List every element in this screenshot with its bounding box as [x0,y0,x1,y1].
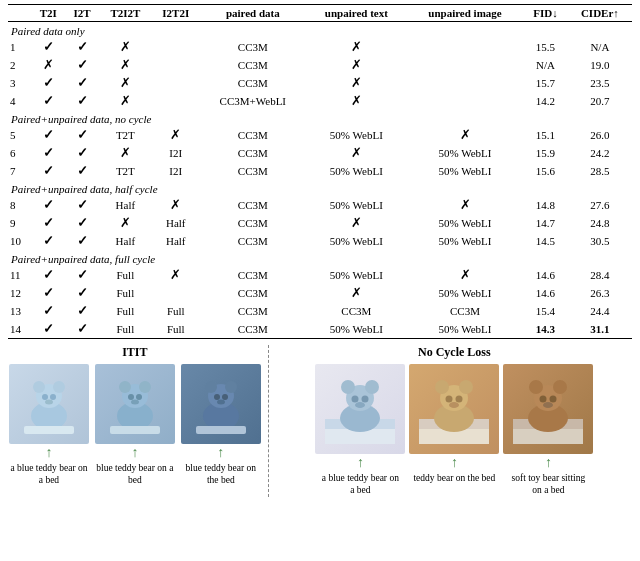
svg-point-6 [45,400,53,405]
cell-1: ✓ [31,126,65,144]
cell-5: CC3M [200,232,306,250]
cell-1: ✓ [31,214,65,232]
svg-point-28 [341,380,355,394]
cell-3: Full [99,320,152,339]
bear-svg-2 [105,374,165,434]
cell-2: ✓ [65,284,99,302]
cell-4 [152,56,200,74]
col-i2t: I2T [65,5,99,22]
nocycle-image-3 [503,364,593,454]
cell-6: 50% WebLI [306,266,407,284]
svg-point-14 [131,400,139,405]
cell-5: CC3M [200,302,306,320]
cell-3: Full [99,266,152,284]
cell-2: ✓ [65,56,99,74]
cell-8: 15.4 [523,302,568,320]
table-section: T2I I2T T2I2T I2T2I paired data unpaired… [0,0,640,339]
col-num [8,5,31,22]
itit-caption-2: blue teddy bear on a bed [94,462,176,487]
cell-8: 14.2 [523,92,568,110]
cell-1: ✓ [31,320,65,339]
cell-0: 8 [8,196,31,214]
cell-6: 50% WebLI [306,126,407,144]
cell-9: 26.0 [568,126,632,144]
itit-image-1 [9,364,89,444]
cell-5: CC3M [200,74,306,92]
cell-1: ✓ [31,232,65,250]
nocycle-image-2 [409,364,499,454]
bear-svg-nc-2 [419,374,489,444]
svg-point-3 [53,381,65,393]
svg-point-21 [222,394,228,400]
svg-rect-23 [196,426,246,434]
cell-7 [407,56,523,74]
cell-9: N/A [568,38,632,56]
cell-9: 19.0 [568,56,632,74]
cell-8: N/A [523,56,568,74]
cell-2: ✓ [65,196,99,214]
svg-point-22 [217,400,225,405]
svg-point-2 [33,381,45,393]
section-header-0: Paired data only [8,22,632,39]
cell-3: ✗ [99,38,152,56]
cell-4 [152,92,200,110]
itit-images-row: ↑ a blue teddy bear on a bed [8,364,262,487]
section-title-1: Paired+unpaired data, no cycle [8,110,632,126]
table-row: 10✓✓HalfHalfCC3M50% WebLI50% WebLI14.530… [8,232,632,250]
cell-8: 14.6 [523,266,568,284]
itit-image-2 [95,364,175,444]
cell-7: 50% WebLI [407,320,523,339]
cell-9: 26.3 [568,284,632,302]
cell-7 [407,74,523,92]
cell-8: 15.6 [523,162,568,180]
svg-point-32 [355,402,365,408]
cell-7: ✗ [407,266,523,284]
itit-image-3 [181,364,261,444]
cell-1: ✓ [31,266,65,284]
cell-2: ✓ [65,232,99,250]
cell-4 [152,284,200,302]
svg-point-38 [459,380,473,394]
cell-0: 6 [8,144,31,162]
cell-0: 13 [8,302,31,320]
bear-svg-nc-3 [513,374,583,444]
svg-point-20 [214,394,220,400]
svg-point-11 [139,381,151,393]
cell-2: ✓ [65,320,99,339]
cell-9: 24.2 [568,144,632,162]
cell-4 [152,74,200,92]
nocycle-arrow-1: ↑ [357,456,364,470]
table-row: 2✗✓✗CC3M✗N/A19.0 [8,56,632,74]
col-fid: FID↓ [523,5,568,22]
table-row: 13✓✓FullFullCC3MCC3MCC3M15.424.4 [8,302,632,320]
svg-point-29 [365,380,379,394]
cell-3: Full [99,284,152,302]
cell-8: 15.9 [523,144,568,162]
cell-1: ✓ [31,162,65,180]
svg-point-13 [136,394,142,400]
cell-0: 3 [8,74,31,92]
cell-4: Full [152,302,200,320]
section-header-1: Paired+unpaired data, no cycle [8,110,632,126]
cell-5: CC3M [200,266,306,284]
cell-2: ✓ [65,144,99,162]
table-row: 14✓✓FullFullCC3M50% WebLI50% WebLI14.331… [8,320,632,339]
itit-title: ITIT [8,345,262,360]
table-row: 9✓✓✗HalfCC3M✗50% WebLI14.724.8 [8,214,632,232]
cell-7: 50% WebLI [407,162,523,180]
cell-9: 24.4 [568,302,632,320]
svg-point-49 [550,396,557,403]
cell-4: ✗ [152,196,200,214]
svg-point-5 [50,394,56,400]
table-row: 11✓✓Full✗CC3M50% WebLI✗14.628.4 [8,266,632,284]
cell-5: CC3M [200,284,306,302]
cell-9: 20.7 [568,92,632,110]
svg-point-4 [42,394,48,400]
cell-7 [407,92,523,110]
cell-7: 50% WebLI [407,284,523,302]
svg-rect-15 [110,426,160,434]
itit-item-2: ↑ blue teddy bear on a bed [94,364,176,487]
nocycle-section: No Cycle Loss ↑ [269,345,632,497]
cell-8: 14.7 [523,214,568,232]
cell-6: CC3M [306,302,407,320]
